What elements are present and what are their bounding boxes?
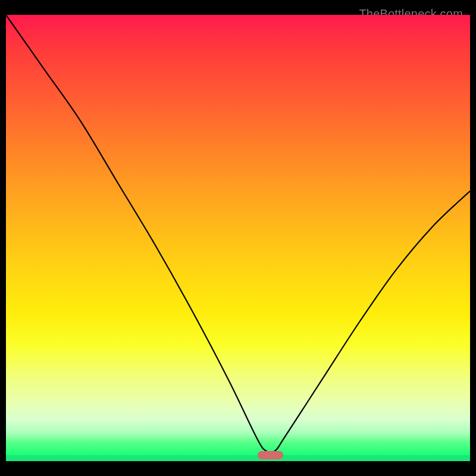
chart-baseline-bar: [6, 455, 470, 461]
chart-background-gradient: [6, 15, 470, 455]
optimal-range-marker: [258, 451, 284, 459]
chart-frame: TheBottleneck.com: [6, 6, 470, 470]
